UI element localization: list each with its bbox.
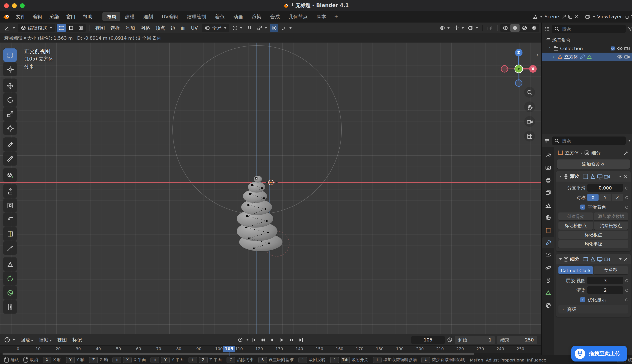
ortho-toggle-button[interactable] [524,131,535,142]
jump-to-prev-keyframe-button[interactable] [259,336,267,344]
workspace-tab[interactable]: 渲染 [248,12,266,21]
advanced-label[interactable]: 高级 [567,306,576,312]
xray-toggle[interactable] [486,24,494,32]
properties-tab-tool[interactable] [542,150,554,161]
subdivision-close-icon[interactable] [623,256,628,262]
falloff-dropdown[interactable] [280,24,293,32]
zoom-button[interactable] [524,87,535,98]
viewport-menu-item[interactable]: 面 [178,24,188,32]
tool-smooth-button[interactable] [3,286,17,299]
properties-tab-physics[interactable] [542,262,554,274]
skin-vertices[interactable] [245,178,270,249]
skin-render-toggle[interactable] [603,173,610,180]
material-shading-button[interactable] [520,24,529,32]
add-modifier-button[interactable]: 添加修改器 [557,160,630,169]
solid-shading-button[interactable] [510,24,520,32]
subdivision-render-toggle[interactable] [603,256,610,262]
advanced-subpanel[interactable]: › 高级 [558,305,628,314]
menubar-item[interactable]: 文件 [13,12,29,21]
tool-cursor-button[interactable] [3,62,17,76]
face-select-button[interactable] [76,24,85,32]
skin-close-icon[interactable] [623,174,628,179]
snap-toggle[interactable] [246,24,254,32]
properties-tab-output[interactable] [542,174,554,186]
outliner-row-cube[interactable]: › 立方体 [542,52,632,61]
skin-modifier-header[interactable]: 蒙皮 [556,171,631,182]
remove-viewlayer-icon[interactable] [630,14,632,19]
properties-tab-constraints[interactable] [542,275,554,286]
smooth-shading-label[interactable]: 平滑着色 [588,204,622,210]
tool-spin-button[interactable] [3,272,17,285]
timeline-clock-icon[interactable] [447,337,453,343]
tool-transform-button[interactable] [3,122,17,135]
tool-rotate-button[interactable] [3,93,17,106]
filter-icon[interactable] [627,26,632,32]
timeline-scrollbar-thumb[interactable] [3,353,474,355]
properties-tab-particles[interactable] [542,250,554,261]
add-skin-data-button[interactable]: 添加蒙皮数据 [594,212,628,220]
viewlayer-selector[interactable]: ViewLayer [584,14,632,20]
collection-eye-icon[interactable] [617,46,623,51]
collection-label[interactable]: Collection [560,46,583,51]
properties-search-input[interactable] [561,138,623,144]
optimal-display-checkbox[interactable]: ✓ [580,297,585,302]
jump-to-start-button[interactable] [249,336,258,344]
tool-poly-build-button[interactable] [3,258,17,271]
scene-name[interactable]: Scene [544,14,560,20]
proportional-edit-toggle[interactable] [270,24,279,32]
render-keyframe-dot[interactable] [625,289,628,292]
workspace-tab[interactable]: UV编辑 [158,12,182,21]
branch-smoothing-keyframe-dot[interactable] [625,186,628,189]
create-armature-button[interactable]: 创建骨架 [558,212,593,220]
edge-select-button[interactable] [67,24,76,32]
properties-tab-viewlayer[interactable] [542,187,554,198]
timeline-editor-type-button[interactable] [3,336,16,344]
catmull-clark-button[interactable]: Catmull-Clark [558,266,593,274]
viewport-menu-item[interactable]: 选择 [108,24,122,32]
subdivision-realtime-toggle[interactable] [596,256,603,262]
tool-inset-faces-button[interactable] [3,199,17,212]
pan-button[interactable] [524,102,535,112]
viewport-menu-item[interactable]: 边 [168,24,178,32]
vertex-select-button[interactable] [57,24,66,32]
skin-editmode-toggle[interactable] [589,173,596,180]
mark-root-button[interactable]: 标记根点 [558,231,628,239]
cube-eye-icon[interactable] [617,54,623,60]
jump-to-end-button[interactable] [297,336,305,344]
workspace-tab[interactable]: 建模 [121,12,139,21]
end-frame-field[interactable]: 结束 250 [497,336,537,344]
menubar-item[interactable]: 帮助 [79,12,96,21]
symmetry-y-button[interactable]: Y [600,194,611,201]
properties-tab-material[interactable] [542,300,554,311]
overlays-dropdown[interactable] [467,24,479,32]
outliner-search[interactable] [552,25,626,33]
skin-modifier-name[interactable]: 蒙皮 [570,173,579,180]
orientation-dropdown[interactable]: 全局 [202,24,229,32]
properties-editor-icon[interactable] [544,138,550,144]
skin-on-cage-toggle[interactable] [582,173,589,180]
cube-expander[interactable]: › [552,55,556,59]
timeline-menu-item[interactable]: 标记 [70,336,84,344]
viewport-menu-item[interactable]: 顶点 [153,24,168,32]
blender-menu-icon[interactable] [3,13,10,20]
new-viewlayer-icon[interactable] [624,14,629,19]
selected-vertex[interactable] [255,178,257,179]
viewport-menu-item[interactable]: UV [188,24,200,32]
workspace-tab[interactable]: 合成 [266,12,284,21]
cube-data-icon[interactable] [586,54,592,60]
timeline-menu-item[interactable]: 插帧 [36,336,54,344]
navigation-gizmo[interactable]: Z X Y [496,46,541,92]
collection-camera-icon[interactable] [624,46,630,51]
equalize-radii-button[interactable]: 均化半径 [558,240,628,248]
workspace-tab[interactable]: 布局 [102,12,120,21]
tool-extrude-region-button[interactable] [3,184,17,198]
upload-overlay-button[interactable]: 拖拽至此上传 [571,346,627,362]
gizmos-dropdown[interactable] [452,24,465,32]
viewport-menu-item[interactable]: 添加 [123,24,137,32]
auto-keying-button[interactable] [236,336,244,344]
optimal-display-label[interactable]: 优化显示 [588,296,622,303]
tool-annotate-button[interactable] [3,138,17,151]
render-levels-field[interactable]: 2 [587,286,623,294]
playhead[interactable]: 105 [223,346,235,352]
tool-add-cube-button[interactable] [3,168,17,182]
